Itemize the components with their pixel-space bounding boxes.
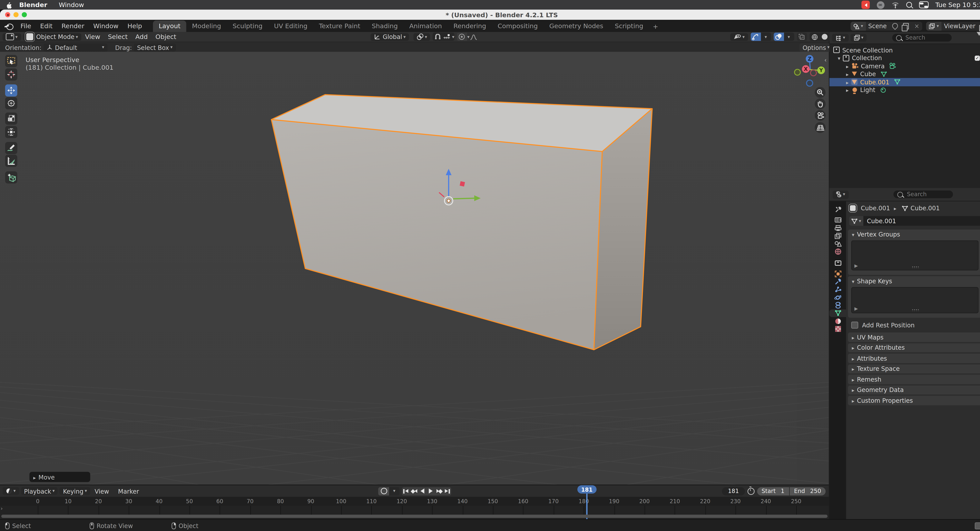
properties-panel[interactable]: Texture Space <box>848 364 980 373</box>
wifi-warning-icon[interactable] <box>891 2 899 8</box>
play-button[interactable] <box>427 487 434 495</box>
editor-type-button[interactable] <box>3 33 21 41</box>
overlays-dropdown[interactable] <box>784 33 794 41</box>
tab-modeling[interactable]: Modeling <box>186 21 227 32</box>
pin-icon[interactable] <box>889 21 900 30</box>
add-rest-position-checkbox[interactable] <box>851 322 858 328</box>
mode-selector[interactable]: Object Mode <box>23 33 81 41</box>
outliner-row-collection[interactable]: Collection <box>829 54 980 62</box>
frame-start-field[interactable]: Start1 <box>757 487 789 495</box>
properties-editor-icon[interactable] <box>833 190 848 198</box>
properties-panel[interactable]: Attributes <box>848 353 980 363</box>
tab-view-layer[interactable] <box>829 232 846 240</box>
tool-scale[interactable] <box>5 113 17 125</box>
outliner-search-input[interactable] <box>904 34 948 41</box>
tab-rendering[interactable]: Rendering <box>448 21 492 32</box>
tab-render[interactable] <box>829 216 846 224</box>
breadcrumb-object[interactable]: Cube.001 <box>861 204 890 212</box>
tab-modifiers[interactable] <box>829 277 846 285</box>
playhead-frame-badge[interactable]: 181 <box>578 485 597 493</box>
tool-transform[interactable] <box>5 126 17 138</box>
jump-to-end-button[interactable] <box>444 487 451 495</box>
proportional-falloff-selector[interactable] <box>467 33 477 41</box>
timeline-editor-icon[interactable] <box>3 487 19 495</box>
menu-edit[interactable]: Edit <box>36 22 57 29</box>
options-dropdown[interactable]: Options <box>799 43 833 51</box>
panel-header[interactable]: Shape Keys <box>848 276 980 286</box>
tool-select-box[interactable] <box>5 55 17 67</box>
panel-header[interactable]: Vertex Groups <box>848 230 980 239</box>
tool-measure[interactable] <box>5 155 17 167</box>
overlays-toggle[interactable] <box>773 33 784 41</box>
vertex-groups-list[interactable]: ▶ <box>851 241 978 270</box>
properties-panel[interactable]: Color Attributes <box>848 343 980 352</box>
menu-object[interactable]: Object <box>151 33 180 40</box>
tab-scene[interactable] <box>829 240 846 248</box>
tab-world[interactable] <box>829 248 846 255</box>
new-scene-icon[interactable] <box>900 21 911 30</box>
tab-layout[interactable]: Layout <box>153 21 186 32</box>
auto-keying-toggle[interactable] <box>378 487 389 495</box>
gizmos-dropdown[interactable] <box>760 33 771 41</box>
tool-rotate[interactable] <box>5 97 17 109</box>
scene-icon[interactable] <box>851 21 866 30</box>
outliner-filter-button[interactable] <box>977 34 980 41</box>
menu-window[interactable]: Window <box>89 22 123 29</box>
play-reverse-button[interactable] <box>418 487 426 495</box>
menu-view[interactable]: View <box>90 488 113 495</box>
spotlight-search-icon[interactable] <box>906 2 912 8</box>
tab-object-data[interactable] <box>829 309 846 317</box>
camera-view-button[interactable] <box>815 110 826 121</box>
toggle-ortho-button[interactable] <box>815 122 826 133</box>
snap-toggle[interactable] <box>433 33 443 41</box>
tool-annotate[interactable] <box>5 142 17 154</box>
properties-panel[interactable]: UV Maps <box>848 333 980 342</box>
tab-collection[interactable] <box>829 259 846 267</box>
menu-marker[interactable]: Marker <box>113 488 143 495</box>
window-title-bar[interactable]: * (Unsaved) - Blender 4.2.1 LTS <box>0 10 980 20</box>
breadcrumb-data[interactable]: Cube.001 <box>911 204 940 212</box>
frame-end-field[interactable]: End250 <box>789 487 826 495</box>
xray-toggle[interactable] <box>797 33 807 41</box>
mesh-id-icon[interactable] <box>849 216 863 226</box>
auto-keying-dropdown[interactable] <box>389 487 399 495</box>
outliner-row-cube-001[interactable]: Cube.001 <box>829 78 980 86</box>
tab-texture[interactable] <box>829 325 846 333</box>
gizmos-toggle[interactable] <box>751 33 760 41</box>
add-workspace-button[interactable]: + <box>649 21 662 32</box>
shading-wireframe-button[interactable] <box>809 33 819 41</box>
outliner-row-scene-collection[interactable]: Scene Collection <box>829 46 980 54</box>
outliner-filter-mode[interactable] <box>850 34 867 41</box>
operator-panel[interactable]: Move <box>29 472 90 482</box>
transform-orientation-selector[interactable]: Global <box>371 33 409 41</box>
menu-add[interactable]: Add <box>132 33 151 40</box>
orientation-value-dropdown[interactable]: Default <box>43 43 108 51</box>
blender-logo-icon[interactable] <box>5 23 14 29</box>
menu-window[interactable]: Window <box>53 2 90 8</box>
tab-sculpting[interactable]: Sculpting <box>227 21 268 32</box>
outliner-row-camera[interactable]: Camera <box>829 62 980 70</box>
tab-object[interactable] <box>829 270 846 277</box>
properties-panel[interactable]: Custom Properties <box>848 396 980 405</box>
outliner-row-light[interactable]: Light <box>829 86 980 94</box>
control-center-icon[interactable] <box>919 2 928 8</box>
properties-panel[interactable]: Remesh <box>848 374 980 384</box>
prev-keyframe-button[interactable] <box>410 487 418 495</box>
timeline-expand-arrow[interactable]: › <box>1 506 3 511</box>
shape-keys-list[interactable]: ▶ <box>851 287 978 313</box>
pan-view-button[interactable] <box>815 98 826 109</box>
tab-material[interactable] <box>829 317 846 325</box>
view-layer-name[interactable]: ViewLayer <box>942 21 978 30</box>
properties-search[interactable] <box>893 190 953 198</box>
tool-cursor[interactable] <box>5 68 17 81</box>
tool-move[interactable] <box>5 84 17 97</box>
tab-tool[interactable] <box>829 205 846 213</box>
tab-scripting[interactable]: Scripting <box>609 21 649 32</box>
drag-value-dropdown[interactable]: Select Box <box>134 43 176 51</box>
collapse-icon[interactable] <box>838 54 843 62</box>
menu-app-name[interactable]: Blender <box>14 2 53 8</box>
snap-to-selector[interactable] <box>443 33 454 41</box>
tab-particles[interactable] <box>829 286 846 293</box>
proportional-editing-toggle[interactable] <box>457 33 467 41</box>
tab-compositing[interactable]: Compositing <box>492 21 544 32</box>
